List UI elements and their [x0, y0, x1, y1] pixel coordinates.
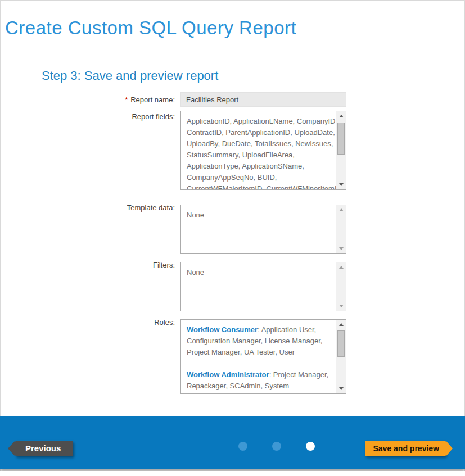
filters-content: None	[181, 262, 336, 311]
scroll-up-icon[interactable]	[336, 205, 346, 215]
scroll-down-icon[interactable]	[336, 244, 346, 253]
report-field-line: ApplicationType, ApplicationSName,	[187, 161, 334, 172]
report-fields-box[interactable]: ApplicationID, ApplicationLName, Company…	[180, 111, 346, 190]
role-group: Workflow Consumer: Application User, Con…	[187, 324, 334, 358]
scroll-up-icon[interactable]	[336, 262, 346, 272]
report-field-line: ContractID, ParentApplicationID, UploadD…	[187, 127, 334, 138]
role-name: Workflow Consumer	[187, 325, 258, 334]
scroll-down-icon[interactable]	[336, 180, 346, 189]
template-data-label: Template data:	[1, 203, 175, 212]
wizard-footer-bar: Previous Save and preview	[0, 416, 465, 469]
report-field-line: UploadBy, DueDate, TotalIssues, NewIssue…	[187, 138, 334, 149]
report-field-line: StatusSummary, UploadFileArea,	[187, 149, 334, 161]
report-name-input[interactable]	[180, 92, 346, 107]
scroll-down-icon[interactable]	[336, 301, 346, 311]
report-field-line: CurrentWFMajorItemID, CurrentWFMinorItem…	[187, 183, 334, 189]
roles-scrollbar[interactable]	[336, 320, 346, 393]
role-group: Workflow Administrator: Project Manager,…	[187, 369, 334, 393]
scrollbar-thumb[interactable]	[337, 123, 345, 155]
create-report-page: Create Custom SQL Query Report Step 3: S…	[0, 0, 465, 471]
required-marker: *	[125, 96, 128, 104]
report-fields-scrollbar[interactable]	[336, 111, 346, 189]
report-name-label-text: Report name:	[130, 96, 175, 104]
roles-label: Roles:	[1, 318, 175, 327]
report-field-line: CompanyAppSeqNo, BUID,	[187, 172, 334, 183]
report-fields-label: Report fields:	[1, 112, 175, 121]
step-heading: Step 3: Save and preview report	[42, 69, 218, 83]
previous-button[interactable]: Previous	[15, 441, 73, 456]
save-and-preview-button[interactable]: Save and preview	[365, 441, 446, 456]
scrollbar-thumb[interactable]	[337, 330, 345, 357]
step-dot-1[interactable]	[238, 442, 247, 451]
roles-content: Workflow Consumer: Application User, Con…	[181, 320, 336, 393]
roles-box[interactable]: Workflow Consumer: Application User, Con…	[180, 319, 346, 394]
step-dot-2[interactable]	[272, 442, 281, 451]
report-name-label: *Report name:	[1, 96, 175, 104]
filters-scrollbar[interactable]	[336, 262, 346, 311]
report-fields-content: ApplicationID, ApplicationLName, Company…	[181, 111, 336, 189]
role-name: Workflow Administrator	[187, 370, 269, 379]
filters-box[interactable]: None	[180, 262, 346, 311]
page-title: Create Custom SQL Query Report	[5, 17, 296, 39]
scroll-down-icon[interactable]	[336, 384, 346, 393]
scroll-up-icon[interactable]	[336, 111, 346, 121]
template-data-scrollbar[interactable]	[336, 205, 346, 253]
report-field-line: ApplicationID, ApplicationLName, Company…	[187, 116, 334, 127]
step-indicator	[238, 442, 315, 451]
filters-label: Filters:	[1, 261, 175, 269]
template-data-box[interactable]: None	[180, 205, 346, 254]
step-dot-3[interactable]	[306, 442, 315, 451]
template-data-content: None	[181, 205, 336, 253]
scroll-up-icon[interactable]	[336, 320, 346, 329]
